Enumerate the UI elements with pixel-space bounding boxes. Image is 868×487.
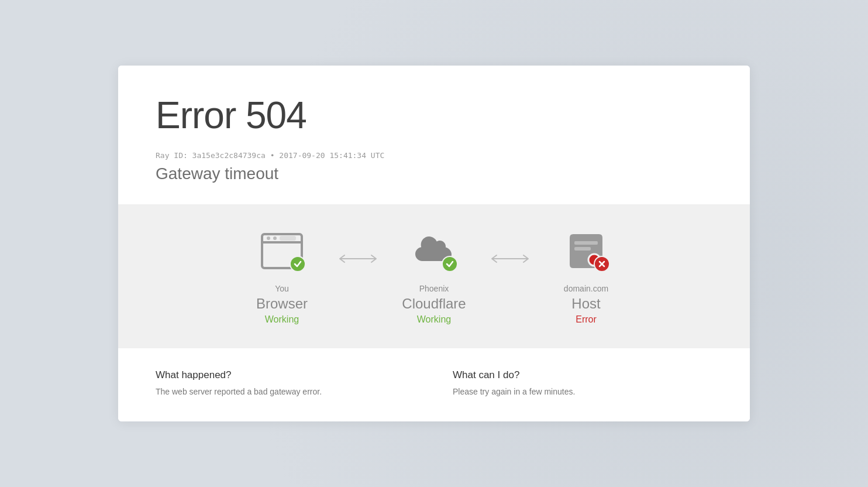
check-icon	[294, 260, 302, 268]
arrow-2	[487, 253, 533, 265]
gateway-message: Gateway timeout	[156, 164, 712, 183]
diagram-section: You Browser Working	[118, 204, 750, 348]
browser-main-label: Browser	[256, 296, 308, 312]
double-arrow-icon	[337, 253, 378, 265]
what-can-i-do-heading: What can I do?	[453, 369, 712, 381]
svg-rect-4	[280, 236, 296, 241]
browser-node: You Browser Working	[229, 228, 335, 325]
diagram-inner: You Browser Working	[229, 228, 639, 325]
svg-point-2	[267, 236, 270, 240]
card-footer: What happened? The web server reported a…	[118, 348, 750, 421]
card-header: Error 504 Ray ID: 3a15e3c2c84739ca • 201…	[118, 66, 750, 204]
error-code: Error 504	[156, 94, 712, 137]
host-main-label: Host	[571, 296, 600, 312]
svg-point-3	[273, 236, 277, 240]
browser-status: Working	[265, 314, 299, 325]
cloudflare-main-label: Cloudflare	[402, 296, 466, 312]
what-can-i-do-section: What can I do? Please try again in a few…	[453, 369, 712, 398]
what-can-i-do-body: Please try again in a few minutes.	[453, 386, 712, 398]
cloudflare-status-badge	[442, 256, 458, 272]
double-arrow-icon	[490, 253, 531, 265]
cloudflare-top-label: Phoenix	[419, 284, 449, 293]
host-node: domain.com Host Error	[533, 228, 639, 325]
error-card: Error 504 Ray ID: 3a15e3c2c84739ca • 201…	[118, 66, 750, 421]
host-status: Error	[576, 314, 597, 325]
cloudflare-status: Working	[417, 314, 451, 325]
host-icon-wrap	[560, 228, 612, 275]
what-happened-body: The web server reported a bad gateway er…	[156, 386, 415, 398]
check-icon	[446, 260, 454, 268]
cloudflare-icon-wrap	[408, 228, 460, 275]
what-happened-section: What happened? The web server reported a…	[156, 369, 415, 398]
browser-icon-wrap	[256, 228, 308, 275]
x-icon	[598, 260, 606, 268]
arrow-1	[335, 253, 381, 265]
cloudflare-node: Phoenix Cloudflare Working	[381, 228, 487, 325]
svg-rect-8	[574, 247, 591, 251]
browser-status-badge	[290, 256, 306, 272]
host-top-label: domain.com	[564, 284, 608, 293]
ray-id: Ray ID: 3a15e3c2c84739ca • 2017-09-20 15…	[156, 151, 712, 160]
what-happened-heading: What happened?	[156, 369, 415, 381]
browser-top-label: You	[275, 284, 289, 293]
host-status-badge	[594, 256, 610, 272]
svg-rect-7	[574, 241, 598, 245]
